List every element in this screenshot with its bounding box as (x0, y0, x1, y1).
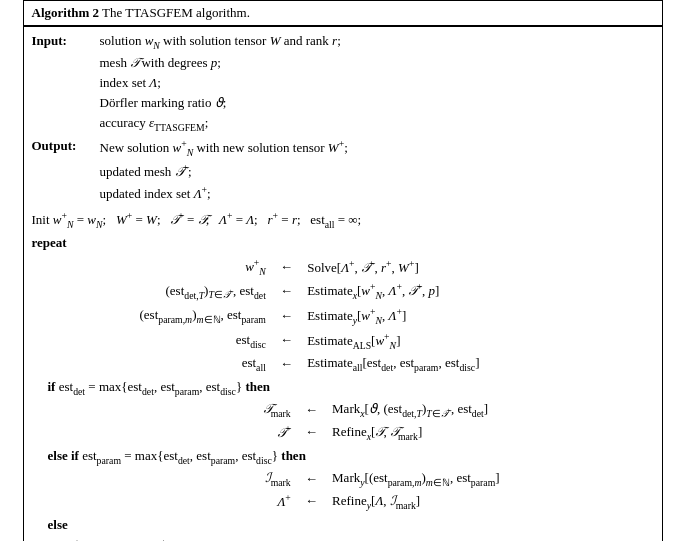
algo-row-4: estdisc ← EstimateALS[w+N] (32, 329, 654, 354)
output-section: Output: New solution w+N with new soluti… (32, 136, 654, 205)
algorithm-body: Input: solution wN with solution tensor … (24, 27, 662, 541)
input-line-5: accuracy εTTASGFEM; (100, 113, 654, 135)
output-label: Output: (32, 136, 100, 156)
elseif-lhs-1: ℐmark (32, 468, 293, 490)
if-row-2: 𝒯+ ← Refinex[𝒯, 𝒯mark] (32, 421, 654, 444)
elseif-lhs-2: Λ+ (32, 490, 293, 513)
elseif-rhs-2: Refiney[Λ, ℐmark] (330, 490, 653, 513)
output-line-1: New solution w+N with new solution tenso… (100, 136, 654, 160)
if-lhs-1: 𝒯mark (32, 399, 293, 421)
repeat-keyword: repeat (32, 233, 654, 253)
algo-rhs-3: Estimatey[w+N, Λ+] (305, 304, 653, 329)
algorithm-title: The TTASGFEM algorithm. (102, 5, 250, 20)
algo-row-2: (estdet,T)T∈𝒯+, estdet ← Estimatex[w+N, … (32, 279, 654, 304)
algo-lhs-2: (estdet,T)T∈𝒯+, estdet (32, 279, 268, 304)
else-keyword: else (32, 515, 654, 535)
algorithm-label: Algorithm 2 (32, 5, 100, 20)
input-content: solution wN with solution tensor W and r… (100, 31, 654, 135)
if-rhs-1: Markx[ϑ, (estdet,T)T∈𝒯+, estdet] (330, 399, 653, 421)
algo-row-5: estall ← Estimateall[estdet, estparam, e… (32, 353, 654, 375)
output-content: New solution w+N with new solution tenso… (100, 136, 654, 205)
elseif-condition: else if estparam = max{estdet, estparam,… (32, 446, 654, 468)
if-arrow-2: ← (293, 421, 330, 444)
input-line-1: solution wN with solution tensor W and r… (100, 31, 654, 53)
if-rhs-2: Refinex[𝒯, 𝒯mark] (330, 421, 653, 444)
if-table: 𝒯mark ← Markx[ϑ, (estdet,T)T∈𝒯+, estdet]… (32, 399, 654, 444)
algo-arrow-1: ← (268, 255, 305, 280)
algo-arrow-2: ← (268, 279, 305, 304)
elseif-table: ℐmark ← Marky[(estparam,m)m∈ℕ, estparam]… (32, 468, 654, 513)
input-section: Input: solution wN with solution tensor … (32, 31, 654, 135)
output-line-3: updated index set Λ+; (100, 182, 654, 204)
algorithm-header: Algorithm 2 The TTASGFEM algorithm. (24, 1, 662, 27)
if-row-1: 𝒯mark ← Markx[ϑ, (estdet,T)T∈𝒯+, estdet] (32, 399, 654, 421)
algo-lhs-3: (estparam,m)m∈ℕ, estparam (32, 304, 268, 329)
elseif-row-2: Λ+ ← Refiney[Λ, ℐmark] (32, 490, 654, 513)
elseif-arrow-2: ← (293, 490, 330, 513)
algo-lhs-5: estall (32, 353, 268, 375)
algo-table: w+N ← Solve[Λ+, 𝒯+, r+, W+] (estdet,T)T∈… (32, 255, 654, 375)
elseif-rhs-1: Marky[(estparam,m)m∈ℕ, estparam] (330, 468, 653, 490)
algo-rhs-4: EstimateALS[w+N] (305, 329, 653, 354)
algo-lhs-4: estdisc (32, 329, 268, 354)
algo-rhs-5: Estimateall[estdet, estparam, estdisc] (305, 353, 653, 375)
algo-arrow-4: ← (268, 329, 305, 354)
output-line-2: updated mesh 𝒯+; (100, 160, 654, 182)
algo-rhs-1: Solve[Λ+, 𝒯+, r+, W+] (305, 255, 653, 280)
algo-lhs-1: w+N (32, 255, 268, 280)
algo-row-1: w+N ← Solve[Λ+, 𝒯+, r+, W+] (32, 255, 654, 280)
algo-row-3: (estparam,m)m∈ℕ, estparam ← Estimatey[w+… (32, 304, 654, 329)
algo-rhs-2: Estimatex[w+N, Λ+, 𝒯+, p] (305, 279, 653, 304)
input-line-2: mesh 𝒯 with degrees p; (100, 53, 654, 73)
init-line: Init w+N = wN; W+ = W; 𝒯+ = 𝒯; Λ+ = Λ; r… (32, 208, 654, 232)
elseif-arrow-1: ← (293, 468, 330, 490)
algorithm-box: Algorithm 2 The TTASGFEM algorithm. Inpu… (23, 0, 663, 541)
input-label: Input: (32, 31, 100, 51)
algo-arrow-3: ← (268, 304, 305, 329)
elseif-row-1: ℐmark ← Marky[(estparam,m)m∈ℕ, estparam] (32, 468, 654, 490)
if-condition: if estdet = max{estdet, estparam, estdis… (32, 377, 654, 399)
input-line-4: Dörfler marking ratio ϑ; (100, 93, 654, 113)
if-arrow-1: ← (293, 399, 330, 421)
algo-arrow-5: ← (268, 353, 305, 375)
else-line: W+ ← RefineTT[W+] (32, 535, 654, 541)
input-line-3: index set Λ; (100, 73, 654, 93)
if-lhs-2: 𝒯+ (32, 421, 293, 444)
